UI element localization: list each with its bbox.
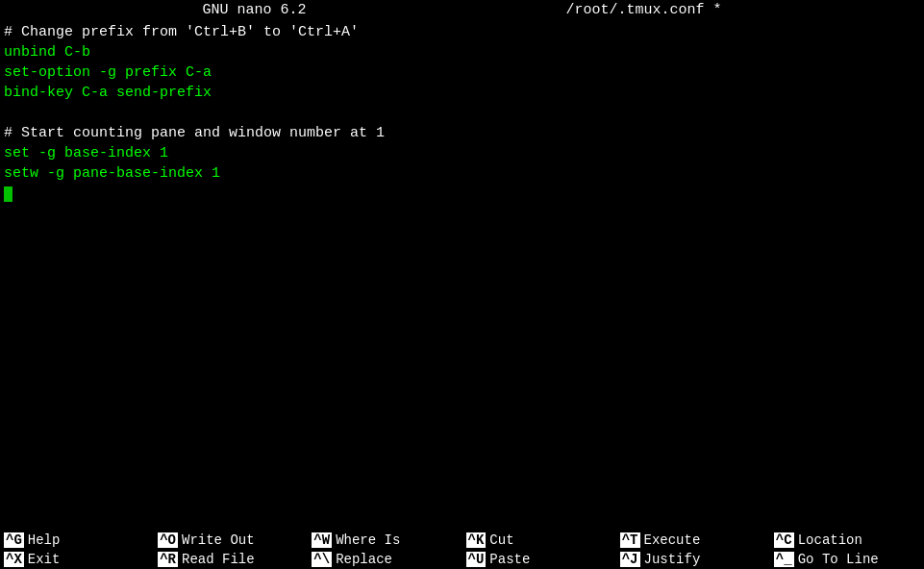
shortcut-label-location: Location bbox=[798, 532, 862, 548]
shortcut-key-writeout: ^O bbox=[158, 532, 178, 548]
shortcut-label-exit: Exit bbox=[28, 552, 61, 567]
line-7: set -g base-index 1 bbox=[4, 145, 168, 161]
shortcut-key-location: ^C bbox=[774, 532, 794, 548]
shortcut-row-1: ^G Help ^O Write Out ^W Where Is ^K Cut … bbox=[0, 531, 924, 550]
shortcut-exit[interactable]: ^X Exit bbox=[0, 551, 154, 568]
shortcut-label-whereis: Where Is bbox=[336, 532, 400, 548]
file-name: /root/.tmux.conf * bbox=[566, 2, 722, 18]
shortcut-replace[interactable]: ^\ Replace bbox=[308, 551, 462, 568]
shortcut-writeout[interactable]: ^O Write Out bbox=[154, 532, 308, 549]
shortcut-key-gotoline: ^_ bbox=[774, 552, 794, 567]
shortcut-label-replace: Replace bbox=[336, 552, 392, 567]
shortcut-key-execute: ^T bbox=[620, 532, 640, 548]
shortcut-label-paste: Paste bbox=[489, 552, 530, 567]
shortcut-label-justify: Justify bbox=[644, 552, 701, 567]
shortcut-key-cut: ^K bbox=[466, 532, 487, 548]
shortcut-row-2: ^X Exit ^R Read File ^\ Replace ^U Paste… bbox=[0, 550, 924, 569]
shortcut-whereis[interactable]: ^W Where Is bbox=[308, 532, 462, 549]
shortcut-key-readfile: ^R bbox=[158, 552, 178, 567]
shortcut-label-execute: Execute bbox=[644, 532, 701, 548]
shortcut-label-gotoline: Go To Line bbox=[798, 552, 879, 567]
shortcut-justify[interactable]: ^J Justify bbox=[616, 551, 770, 568]
shortcut-label-writeout: Write Out bbox=[182, 532, 255, 548]
shortcut-key-exit: ^X bbox=[4, 552, 24, 567]
shortcut-cut[interactable]: ^K Cut bbox=[462, 532, 616, 549]
line-8: setw -g pane-base-index 1 bbox=[4, 165, 220, 182]
title-bar: GNU nano 6.2 /root/.tmux.conf * bbox=[0, 0, 924, 20]
shortcut-key-replace: ^\ bbox=[312, 552, 332, 567]
line-4: bind-key C-a send-prefix bbox=[4, 85, 212, 101]
shortcut-label-cut: Cut bbox=[489, 532, 513, 548]
shortcut-location[interactable]: ^C Location bbox=[770, 532, 924, 549]
shortcut-label-help: Help bbox=[28, 532, 61, 548]
shortcut-key-whereis: ^W bbox=[312, 532, 332, 548]
shortcut-label-readfile: Read File bbox=[182, 552, 255, 567]
shortcut-readfile[interactable]: ^R Read File bbox=[154, 551, 308, 568]
editor-area[interactable]: # Change prefix from 'Ctrl+B' to 'Ctrl+A… bbox=[0, 20, 924, 531]
cursor bbox=[4, 186, 12, 203]
shortcut-gotoline[interactable]: ^_ Go To Line bbox=[770, 551, 924, 568]
line-6: # Start counting pane and window number … bbox=[4, 125, 385, 141]
shortcut-key-justify: ^J bbox=[620, 552, 640, 567]
line-2: unbind C-b bbox=[4, 44, 90, 61]
line-1: # Change prefix from 'Ctrl+B' to 'Ctrl+A… bbox=[4, 24, 359, 40]
shortcut-key-paste: ^U bbox=[466, 552, 487, 567]
statusbar: ^G Help ^O Write Out ^W Where Is ^K Cut … bbox=[0, 531, 924, 569]
shortcut-paste[interactable]: ^U Paste bbox=[462, 551, 616, 568]
line-3: set-option -g prefix C-a bbox=[4, 64, 212, 81]
shortcut-execute[interactable]: ^T Execute bbox=[616, 532, 770, 549]
shortcut-key-help: ^G bbox=[4, 532, 24, 548]
app-name: GNU nano 6.2 bbox=[202, 2, 306, 18]
shortcut-help[interactable]: ^G Help bbox=[0, 532, 154, 549]
